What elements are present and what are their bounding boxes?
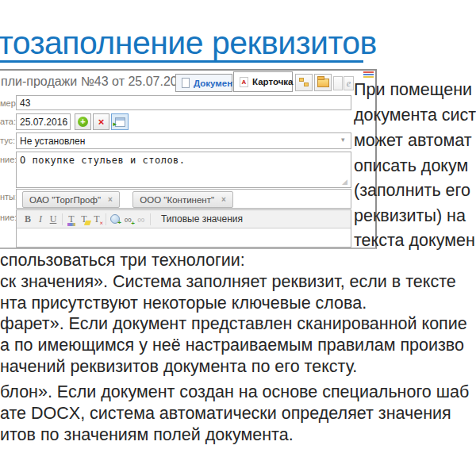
folder-button[interactable] (314, 74, 332, 91)
bold-button[interactable]: B (21, 213, 34, 225)
slide: { "slide": { "title": "тозаполнение рекв… (0, 0, 476, 476)
extra-button[interactable] (333, 76, 343, 90)
toolbar-separator (106, 213, 106, 225)
correspondent-tag[interactable]: ООО "Континент" × (132, 191, 233, 208)
delete-icon: × (98, 117, 105, 127)
italic-button[interactable]: I (34, 213, 47, 225)
clear-date-button[interactable]: × (93, 113, 109, 130)
card-a-icon: A (240, 77, 248, 87)
body-text-line: итов по значениям полей документа. (0, 425, 294, 445)
plus-icon: + (78, 117, 88, 127)
toolbar-separator (150, 213, 151, 225)
highlight-button[interactable]: T (78, 213, 90, 225)
document-icon (182, 78, 190, 88)
status-label: тус: (0, 136, 14, 145)
clear-format-button[interactable]: T (90, 213, 103, 225)
correspondent-tag[interactable]: ОАО "ТоргПроф" × (22, 191, 120, 208)
close-icon[interactable]: × (108, 195, 113, 204)
note-label: ние: (0, 155, 14, 164)
body-text-line: (заполнить его (354, 181, 470, 201)
status-input[interactable]: Не установлен (16, 132, 351, 149)
card-window-title: пли-продажи №43 от 25.07.2016 (1, 75, 192, 89)
calendar-icon: ▸ (115, 117, 125, 127)
body-text-line: ск значения». Система заполняет реквизит… (0, 272, 456, 292)
number-label: мер: (0, 98, 14, 108)
add-date-button[interactable]: + (75, 113, 91, 130)
underline-button[interactable]: U (47, 213, 60, 225)
correspondents-label: нты: (0, 192, 14, 202)
body-text-line: текста докумен (354, 231, 475, 251)
link-button[interactable]: e (344, 76, 354, 90)
chevron-down-icon: ▾ (341, 136, 345, 144)
note-textarea[interactable]: О покупке стульев и столов. (16, 152, 351, 188)
font-color-button[interactable]: T (65, 213, 78, 225)
tab-card[interactable]: A Карточка (233, 71, 293, 92)
calendar-button[interactable]: ▸ (111, 113, 129, 130)
body-text-line: описать докум (354, 156, 468, 176)
properties-icon (363, 71, 374, 80)
body-text-line: При помещени (354, 80, 472, 100)
page-title: тозаполнение реквизитов (0, 25, 377, 62)
tree-icon (299, 78, 309, 87)
link-icon: e (347, 78, 351, 90)
remove-link-button[interactable]: ∞ (135, 213, 148, 225)
tag-label: ОАО "ТоргПроф" (29, 195, 101, 205)
add-link-button[interactable]: ∞ (121, 213, 135, 225)
body-text-line: реквизиты) на (354, 206, 466, 226)
toolbar-separator (62, 213, 63, 225)
body-text-line: фарет». Если документ представлен сканир… (0, 314, 467, 334)
tab-document-label: Документ (194, 79, 237, 88)
typical-values-button[interactable]: Типовые значения (161, 213, 243, 225)
tree-view-button[interactable] (295, 74, 313, 91)
date-label: ата: (0, 117, 14, 126)
body-text-line: ате DOCX, система автоматически определя… (0, 404, 451, 424)
body-text-line: документа сист (354, 106, 476, 125)
body-text-line: начений реквизитов документа по его текс… (0, 357, 357, 377)
title-underline (0, 60, 363, 63)
body-text-line: может автомат (354, 131, 472, 151)
tab-document[interactable]: Документ (175, 74, 232, 92)
tag-label: ООО "Континент" (140, 195, 214, 205)
date-input[interactable]: 25.07.2016 (16, 113, 71, 130)
body-text-line: нта присутствуют некоторые ключевые слов… (0, 294, 367, 313)
resize-handle-icon[interactable]: ◢ (342, 178, 347, 186)
number-input[interactable]: 43 (16, 95, 351, 110)
calendar-arrow-icon: ▸ (113, 121, 117, 128)
globe-icon[interactable] (110, 214, 120, 224)
content-label: ние: (0, 213, 14, 222)
body-text-line: а по имеющимся у неё настраиваемым прави… (0, 336, 464, 355)
content-editor[interactable]: B I U T T T ∞ ∞ Типовые значения (16, 209, 351, 248)
richtext-toolbar: B I U T T T ∞ ∞ Типовые значения (17, 210, 351, 228)
close-icon[interactable]: × (221, 195, 226, 204)
body-text-line: спользоваться три технологии: (0, 251, 245, 271)
body-text-line: блон». Если документ создан на основе сп… (0, 382, 469, 402)
tab-card-label: Карточка (252, 77, 293, 86)
correspondents-box[interactable]: ОАО "ТоргПроф" × ООО "Континент" × (16, 189, 351, 209)
folder-icon (317, 79, 329, 87)
